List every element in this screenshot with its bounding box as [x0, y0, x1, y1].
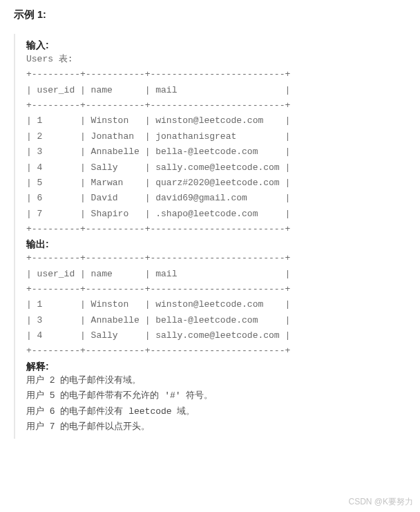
- table-row: | 1 | Winston | winston@leetcode.com |: [26, 297, 406, 312]
- code-block: 输入: Users 表: +---------+-----------+----…: [14, 34, 406, 439]
- output-table-sep-top: +---------+-----------+-----------------…: [26, 251, 406, 266]
- table-row: | 3 | Annabelle | bella-@leetcode.com |: [26, 144, 406, 160]
- explain-line: 用户 2 的电子邮件没有域。: [26, 373, 406, 388]
- table-row: | 4 | Sally | sally.come@leetcode.com |: [26, 160, 406, 176]
- input-table-name: Users 表:: [26, 52, 406, 67]
- table-row: | 3 | Annabelle | bella-@leetcode.com |: [26, 313, 406, 328]
- document-root: 示例 1: 输入: Users 表: +---------+----------…: [0, 0, 420, 439]
- explain-line: 用户 5 的电子邮件带有不允许的 '#' 符号。: [26, 388, 406, 404]
- table-row: | 1 | Winston | winston@leetcode.com |: [26, 113, 406, 129]
- explain-line: 用户 7 的电子邮件以点开头。: [26, 419, 406, 435]
- input-label: 输入:: [26, 39, 406, 52]
- input-table-sep-mid: +---------+-----------+-----------------…: [26, 98, 406, 113]
- example-title: 示例 1:: [14, 8, 406, 21]
- output-table-header: | user_id | name | mail |: [26, 267, 406, 282]
- output-table-sep-bot: +---------+-----------+-----------------…: [26, 343, 406, 359]
- input-table-sep-top: +---------+-----------+-----------------…: [26, 67, 406, 82]
- output-label: 输出:: [26, 238, 406, 251]
- table-row: | 6 | David | david69@gmail.com |: [26, 191, 406, 206]
- table-row: | 7 | Shapiro | .shapo@leetcode.com |: [26, 207, 406, 222]
- output-table-sep-mid: +---------+-----------+-----------------…: [26, 282, 406, 297]
- explain-line: 用户 6 的电子邮件没有 leetcode 域。: [26, 404, 406, 419]
- input-table-sep-bot: +---------+-----------+-----------------…: [26, 222, 406, 237]
- table-row: | 2 | Jonathan | jonathanisgreat |: [26, 129, 406, 144]
- watermark: CSDN @K要努力: [348, 496, 413, 508]
- table-row: | 4 | Sally | sally.come@leetcode.com |: [26, 328, 406, 343]
- table-row: | 5 | Marwan | quarz#2020@leetcode.com |: [26, 176, 406, 191]
- explain-label: 解释:: [26, 361, 406, 373]
- input-table-header: | user_id | name | mail |: [26, 83, 406, 98]
